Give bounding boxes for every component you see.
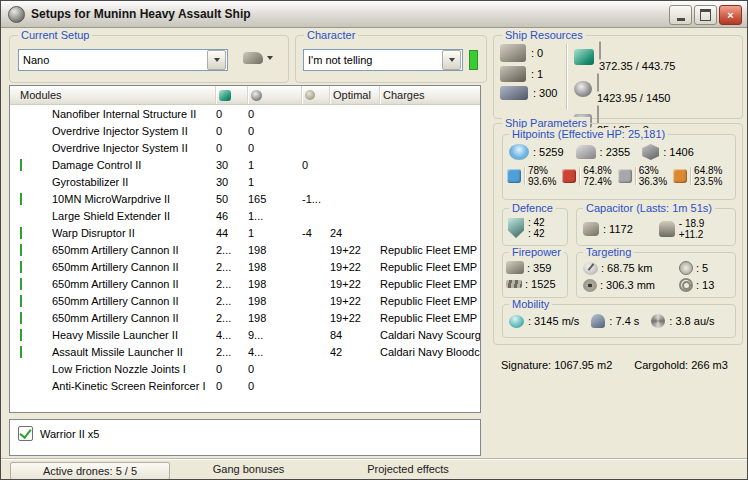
module-row[interactable]: Warp Disruptor II 44 1 -4 24 <box>10 224 480 241</box>
module-cpu: 0 <box>216 108 248 120</box>
modules-list: Modules Optimal Charges Nanofiber Intern… <box>9 85 481 413</box>
sensor-strength-value: : 13 <box>696 279 714 291</box>
max-velocity-icon <box>509 315 524 328</box>
check-icon <box>20 329 22 341</box>
capacitor-column-icon[interactable] <box>302 86 330 104</box>
module-name: Heavy Missile Launcher II <box>52 329 216 341</box>
character-group: Character I'm not telling <box>295 35 487 83</box>
volley-value: : 359 <box>527 262 551 274</box>
charges-column-header[interactable]: Charges <box>380 86 480 104</box>
module-name: 650mm Artillery Cannon II <box>52 295 216 307</box>
module-powergrid: 1 <box>248 227 302 239</box>
launcher-hardpoints-icon <box>500 66 526 82</box>
module-cap: -1... <box>302 193 330 205</box>
ship-icon <box>243 52 263 64</box>
shield-hp-value: : 5259 <box>533 146 564 158</box>
module-row[interactable]: 650mm Artillery Cannon II 2... 198 19+22… <box>10 275 480 292</box>
max-velocity-value: : 3145 m/s <box>528 315 579 327</box>
module-powergrid: 198 <box>248 295 302 307</box>
module-row[interactable]: Gyrostabilizer II 30 1 <box>10 173 480 190</box>
close-button[interactable]: × <box>719 5 742 25</box>
module-row[interactable]: 10MN MicroWarpdrive II 50 165 -1... <box>10 190 480 207</box>
module-row[interactable]: Overdrive Injector System II 0 0 <box>10 139 480 156</box>
volley-icon <box>506 261 524 274</box>
module-row[interactable]: 650mm Artillery Cannon II 2... 198 19+22… <box>10 309 480 326</box>
capacitor-amount-icon <box>583 222 599 236</box>
titlebar[interactable]: Setups for Muninn Heavy Assault Ship × <box>1 1 747 28</box>
check-icon <box>20 295 22 307</box>
check-icon <box>20 278 22 290</box>
chevron-down-icon[interactable] <box>207 50 226 70</box>
module-cpu: 46 <box>216 210 248 222</box>
current-setup-dropdown[interactable]: Nano <box>18 49 228 71</box>
module-optimal: 19+22 <box>330 295 380 307</box>
character-dropdown[interactable]: I'm not telling <box>303 49 463 71</box>
module-row[interactable]: Nanofiber Internal Structure II 0 0 <box>10 105 480 122</box>
powergrid-column-icon[interactable] <box>248 86 302 104</box>
character-label: Character <box>304 29 358 41</box>
capacitor-label: Capacitor (Lasts: 1m 51s) <box>583 202 715 214</box>
modules-column-header[interactable]: Modules <box>10 86 216 104</box>
projected-effects-tab[interactable]: Projected effects <box>333 463 483 475</box>
launcher-hardpoints-value: : 1 <box>531 68 543 80</box>
module-row[interactable]: Low Friction Nozzle Joints I 0 0 <box>10 360 480 377</box>
maximize-button[interactable] <box>694 5 717 25</box>
module-powergrid: 1... <box>248 210 302 222</box>
minimize-button[interactable] <box>669 5 692 25</box>
ship-menu-button[interactable] <box>238 49 278 67</box>
check-icon <box>19 426 31 439</box>
modules-header[interactable]: Modules Optimal Charges <box>10 86 480 105</box>
cpu-column-icon[interactable] <box>216 86 248 104</box>
module-row[interactable]: 650mm Artillery Cannon II 2... 198 19+22… <box>10 258 480 275</box>
turret-hardpoints-value: : 0 <box>531 47 543 59</box>
module-name: Anti-Kinetic Screen Reinforcer I <box>52 380 216 392</box>
calibration-value: : 300 <box>533 87 557 99</box>
module-charge: Caldari Navy Bloodcl... <box>380 346 480 358</box>
module-optimal: 19+22 <box>330 261 380 273</box>
module-cpu: 2... <box>216 346 248 358</box>
resist-value-1: 64.8% <box>694 165 722 176</box>
targeting-label: Targeting <box>583 246 634 258</box>
optimal-column-header[interactable]: Optimal <box>330 86 380 104</box>
minimize-icon <box>677 18 685 21</box>
capacitor-amount-value: : 1172 <box>603 223 633 235</box>
module-row[interactable]: Anti-Kinetic Screen Reinforcer I 0 0 <box>10 377 480 394</box>
module-row[interactable]: Large Shield Extender II 46 1... <box>10 207 480 224</box>
powergrid-icon <box>251 90 262 101</box>
dps-value: : 1525 <box>525 278 556 290</box>
powergrid-value: 1423.95 / 1450 <box>597 92 670 104</box>
module-optimal: 24 <box>330 227 380 239</box>
chevron-down-icon[interactable] <box>442 50 461 70</box>
defence-shield-icon <box>508 218 524 238</box>
hull-hp-icon <box>642 144 659 160</box>
gang-bonuses-tab[interactable]: Gang bonuses <box>181 463 316 475</box>
module-powergrid: 0 <box>248 363 302 375</box>
module-row[interactable]: 650mm Artillery Cannon II 2... 198 19+22… <box>10 292 480 309</box>
active-drones-button[interactable]: Active drones: 5 / 5 <box>10 462 170 480</box>
resist-value-2: 36.3% <box>639 176 667 187</box>
targeting-range-icon <box>583 262 598 275</box>
dronebay-bar <box>597 105 599 124</box>
drone-item[interactable]: Warrior II x5 <box>10 420 480 441</box>
module-row[interactable]: Damage Control II 30 1 0 <box>10 156 480 173</box>
drones-list: Warrior II x5 <box>9 419 481 456</box>
module-powergrid: 0 <box>248 125 302 137</box>
module-row[interactable]: 650mm Artillery Cannon II 2... 198 19+22… <box>10 241 480 258</box>
check-icon <box>20 261 22 273</box>
drone-checkbox[interactable] <box>18 426 33 441</box>
kinetic-resist-icon <box>618 169 632 183</box>
dps-icon <box>506 280 522 288</box>
capacitor-delta-icon <box>659 221 675 237</box>
current-setup-group: Current Setup Nano <box>9 35 289 83</box>
module-row[interactable]: Overdrive Injector System II 0 0 <box>10 122 480 139</box>
module-row[interactable]: Assault Missile Launcher II 2... 4... 42… <box>10 343 480 360</box>
powergrid-bar <box>597 73 599 92</box>
module-cpu: 2... <box>216 312 248 324</box>
module-charge: Republic Fleet EMP M <box>380 278 480 290</box>
module-powergrid: 198 <box>248 261 302 273</box>
check-icon <box>20 159 22 171</box>
cpu-icon <box>574 49 594 65</box>
current-setup-label: Current Setup <box>18 29 92 41</box>
module-row[interactable]: Heavy Missile Launcher II 4... 9... 84 C… <box>10 326 480 343</box>
module-name: Overdrive Injector System II <box>52 142 216 154</box>
